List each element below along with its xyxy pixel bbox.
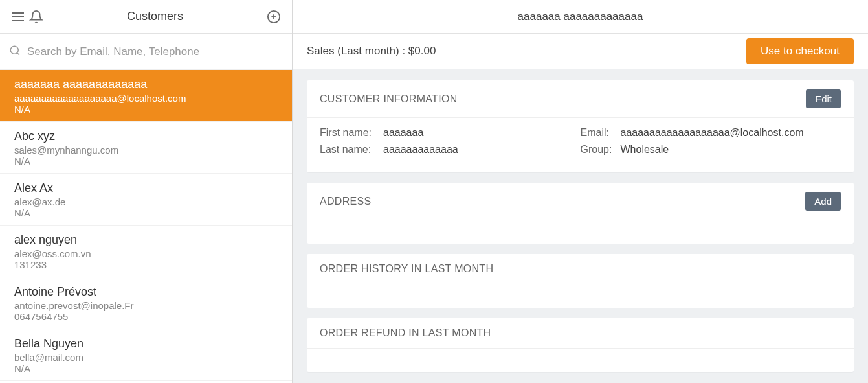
customer-email: bella@mail.com xyxy=(14,352,278,363)
customer-phone: 131233 xyxy=(14,259,278,270)
svg-line-7 xyxy=(17,52,19,54)
sales-bar: Sales (Last month) : $0.00 Use to checko… xyxy=(293,34,868,69)
email-label: Email: xyxy=(581,127,617,139)
left-panel: Customers aaaaaaa aaaaaaaaaaaaaaaaaaaaaa… xyxy=(0,0,293,383)
card-title-info: CUSTOMER INFORMATION xyxy=(320,93,806,105)
customer-email: alex@oss.com.vn xyxy=(14,248,278,259)
first-name-value: aaaaaaa xyxy=(383,127,423,139)
last-name-label: Last name: xyxy=(320,144,379,156)
search-icon xyxy=(9,45,21,59)
customer-email: aaaaaaaaaaaaaaaaaaa@localhost.com xyxy=(14,93,278,104)
customer-item[interactable]: Alex Axalex@ax.deN/A xyxy=(0,174,292,226)
customer-list[interactable]: aaaaaaa aaaaaaaaaaaaaaaaaaaaaaaaaaaaaaaa… xyxy=(0,70,292,383)
customer-item[interactable]: Antoine Prévostantoine.prevost@inopale.F… xyxy=(0,277,292,329)
add-customer-icon[interactable] xyxy=(265,8,283,26)
customer-name: aaaaaaa aaaaaaaaaaaaa xyxy=(14,78,278,91)
group-value: Wholesale xyxy=(621,144,669,156)
customer-name: alex nguyen xyxy=(14,233,278,247)
customer-phone: N/A xyxy=(14,156,278,167)
customer-item[interactable]: alex nguyenalex@oss.com.vn131233 xyxy=(0,226,292,277)
menu-icon[interactable] xyxy=(9,8,27,26)
customer-item[interactable]: Bella Nguyenbella@mail.comN/A xyxy=(0,329,292,381)
customer-item[interactable]: aaaaaaa aaaaaaaaaaaaaaaaaaaaaaaaaaaaaaaa… xyxy=(0,70,292,122)
detail-header: aaaaaaa aaaaaaaaaaaaa xyxy=(293,0,868,34)
order-history-card: ORDER HISTORY IN LAST MONTH xyxy=(307,254,854,308)
customer-name: Alex Ax xyxy=(14,181,278,195)
customer-email: alex@ax.de xyxy=(14,196,278,207)
right-panel: aaaaaaa aaaaaaaaaaaaa Sales (Last month)… xyxy=(293,0,868,383)
sales-text: Sales (Last month) : $0.00 xyxy=(307,45,436,58)
customer-email: antoine.prevost@inopale.Fr xyxy=(14,300,278,311)
edit-button[interactable]: Edit xyxy=(806,89,841,108)
customer-info-card: CUSTOMER INFORMATION Edit First name: aa… xyxy=(307,80,854,172)
search-row xyxy=(0,34,292,70)
detail-header-title: aaaaaaa aaaaaaaaaaaaa xyxy=(518,10,643,23)
email-value: aaaaaaaaaaaaaaaaaaa@localhost.com xyxy=(621,127,804,139)
customer-phone: N/A xyxy=(14,363,278,374)
use-to-checkout-button[interactable]: Use to checkout xyxy=(746,38,854,64)
customer-name: Bella Nguyen xyxy=(14,337,278,351)
search-input[interactable] xyxy=(27,45,283,58)
customer-name: Abc xyz xyxy=(14,130,278,143)
page-title: Customers xyxy=(45,10,265,23)
address-card: ADDRESS Add xyxy=(307,183,854,244)
customer-phone: N/A xyxy=(14,207,278,218)
add-address-button[interactable]: Add xyxy=(805,192,841,211)
last-name-value: aaaaaaaaaaaaa xyxy=(383,144,458,156)
bell-icon[interactable] xyxy=(27,8,45,26)
customer-phone: N/A xyxy=(14,104,278,115)
first-name-label: First name: xyxy=(320,127,379,139)
svg-point-6 xyxy=(10,46,18,54)
customer-name: Antoine Prévost xyxy=(14,285,278,299)
left-header: Customers xyxy=(0,0,292,34)
customer-item[interactable]: Abc xyzsales@mynhanngu.comN/A xyxy=(0,122,292,174)
card-title-order-history: ORDER HISTORY IN LAST MONTH xyxy=(320,263,841,275)
customer-email: sales@mynhanngu.com xyxy=(14,145,278,156)
order-refund-card: ORDER REFUND IN LAST MONTH xyxy=(307,318,854,372)
card-title-order-refund: ORDER REFUND IN LAST MONTH xyxy=(320,327,841,339)
detail-area[interactable]: CUSTOMER INFORMATION Edit First name: aa… xyxy=(293,69,868,383)
customer-phone: 0647564755 xyxy=(14,311,278,322)
card-title-address: ADDRESS xyxy=(320,196,805,207)
group-label: Group: xyxy=(581,144,617,156)
